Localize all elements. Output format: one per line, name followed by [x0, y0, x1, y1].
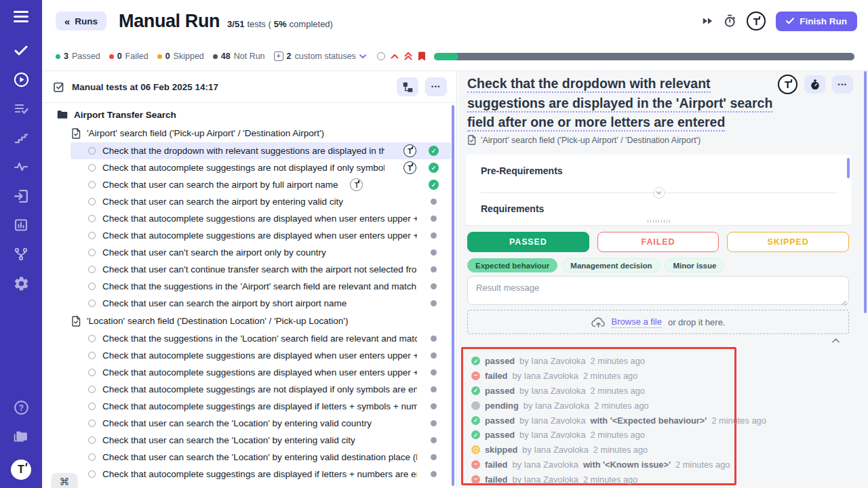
- run-logo-icon[interactable]: T: [747, 12, 766, 30]
- result-message-input[interactable]: [467, 276, 849, 305]
- suite-breadcrumb[interactable]: 'Airport' search field ('Pick-up Airport…: [467, 135, 701, 145]
- tree-row[interactable]: Check that user can search the 'Location…: [42, 415, 451, 432]
- activity-pulse-icon[interactable]: [12, 158, 30, 176]
- settings-gear-icon[interactable]: [12, 274, 30, 292]
- run-progress-bar: [434, 53, 854, 60]
- tree-row[interactable]: Check that autocomplete suggestions are …: [42, 364, 451, 381]
- status-dot-icon: [157, 54, 162, 59]
- test-tree-panel: Manual tests at 06 Feb 2025 14:17 ••• Ai…: [42, 71, 457, 488]
- requirements-heading: Requirements: [481, 203, 544, 214]
- tree-row[interactable]: Airport Transfer Search: [42, 105, 451, 124]
- tree-row[interactable]: Check that user can search the airport b…: [42, 176, 451, 193]
- suite-doc-icon: [467, 135, 476, 145]
- help-icon[interactable]: ?: [12, 399, 30, 416]
- command-palette-button[interactable]: ⌘: [52, 473, 77, 488]
- detail-scrollbar[interactable]: [864, 71, 867, 313]
- tree-row[interactable]: 'Location' search field ('Destination Lo…: [42, 312, 451, 330]
- suite-doc-icon: [71, 316, 81, 327]
- result-history-row: failed by Iana Zavoloka 2 minutes ago: [471, 472, 734, 487]
- result-status-button[interactable]: SKIPPED: [727, 232, 849, 252]
- requirements-card: Pre-Requirements Requirements: [466, 155, 852, 225]
- file-dropzone[interactable]: Browse a file or drop it here.: [467, 310, 849, 334]
- log-status-icon: [471, 430, 480, 439]
- tree-row[interactable]: Check that user can search the 'Location…: [42, 432, 451, 449]
- result-tag[interactable]: Management decision: [562, 258, 660, 272]
- detail-more-button[interactable]: •••: [832, 75, 853, 94]
- status-stat: 0Skipped: [157, 52, 204, 61]
- tree-row[interactable]: Check that user can't search the airport…: [42, 244, 451, 261]
- reports-chart-icon[interactable]: [12, 216, 30, 234]
- result-history-row: passed by Iana Zavoloka with '<Expected …: [471, 413, 734, 428]
- status-notrun-icon: [431, 266, 437, 272]
- app-logo-icon[interactable]: T: [11, 460, 31, 480]
- custom-statuses-toggle[interactable]: + 2custom statuses: [274, 52, 366, 61]
- priority-high-icon[interactable]: [391, 54, 399, 59]
- log-status-icon: [471, 416, 480, 425]
- collapse-section-button[interactable]: [653, 187, 665, 199]
- collapse-results-button[interactable]: [832, 338, 840, 343]
- tree-row[interactable]: Check that the dropdown with relevant su…: [71, 142, 451, 159]
- tree-row[interactable]: Check that autocomplete suggestions are …: [42, 227, 451, 244]
- branch-icon[interactable]: [12, 245, 30, 263]
- timer-button[interactable]: [804, 75, 825, 94]
- tree-row[interactable]: Check that autocomplete suggestings are …: [42, 398, 451, 415]
- test-title: Check that user can search the 'Location…: [102, 418, 372, 428]
- run-checklist-icon: [53, 81, 65, 93]
- page-title: Manual Run: [119, 11, 220, 32]
- card-scrollbar[interactable]: [847, 158, 850, 178]
- textarea-resize-handle[interactable]: [842, 301, 847, 306]
- test-title: Check that autocomplete suggestings are …: [102, 401, 417, 411]
- tree-row[interactable]: Check that autocomplete suggestings are …: [42, 159, 451, 176]
- back-label: Runs: [75, 16, 98, 26]
- tests-check-icon[interactable]: [12, 41, 30, 59]
- result-tag[interactable]: Minor issue: [665, 258, 724, 272]
- log-status-icon: [471, 371, 480, 380]
- test-title: Check that autocomplete suggestings are …: [102, 163, 384, 173]
- tree-row[interactable]: Check that user can search the airport b…: [42, 193, 451, 210]
- card-resize-handle[interactable]: [648, 220, 671, 223]
- log-status-icon: [471, 401, 480, 410]
- fast-forward-icon[interactable]: [701, 16, 713, 26]
- test-radio-icon: [88, 300, 96, 307]
- status-notrun-icon: [431, 249, 437, 256]
- status-passed-icon: ✓: [429, 163, 439, 173]
- result-status-button[interactable]: FAILED: [597, 232, 719, 252]
- tree-row[interactable]: Check that autocomplete suggestings are …: [42, 381, 451, 398]
- status-notrun-icon: [431, 454, 437, 460]
- tree-row[interactable]: Check that autocomplete suggestions are …: [42, 347, 451, 364]
- status-dot-icon: [56, 54, 60, 59]
- bookmark-flag-icon[interactable]: [418, 52, 426, 61]
- tree-view-button[interactable]: [397, 77, 418, 96]
- tree-scrollbar[interactable]: [452, 105, 454, 486]
- tree-row[interactable]: Check that user can search the 'Location…: [42, 449, 451, 466]
- log-status-icon: [471, 357, 480, 365]
- import-sign-in-icon[interactable]: [12, 187, 30, 205]
- tree-row[interactable]: 'Airport' search field ('Pick-up Airport…: [42, 124, 451, 142]
- finish-run-button[interactable]: Finish Run: [776, 12, 857, 31]
- runs-play-icon[interactable]: [12, 70, 30, 88]
- test-detail-title[interactable]: Check that the dropdown with relevant su…: [467, 74, 785, 132]
- test-radio-icon: [88, 181, 96, 188]
- library-icon[interactable]: [12, 428, 30, 445]
- test-title: Check that autocomplete suggestions are …: [102, 230, 417, 241]
- test-logo-icon[interactable]: T: [778, 75, 797, 94]
- menu-icon[interactable]: [14, 11, 28, 22]
- tree-row[interactable]: Check that user can search the airport b…: [42, 295, 451, 312]
- stopwatch-icon[interactable]: [724, 14, 736, 28]
- plans-list-check-icon[interactable]: [12, 100, 30, 117]
- browse-file-link[interactable]: Browse a file: [612, 317, 662, 328]
- result-status-button[interactable]: PASSED: [467, 232, 589, 252]
- status-notrun-icon: [431, 300, 437, 306]
- tree-more-button[interactable]: •••: [425, 77, 447, 96]
- result-history-row: passed by Iana Zavoloka 2 minutes ago: [471, 354, 734, 369]
- tree-row[interactable]: Check that user can't continue transfer …: [42, 261, 451, 278]
- tree-row[interactable]: Check that the suggestions in the 'Locat…: [42, 330, 451, 347]
- tree-row[interactable]: Check that autocomplete suggestions are …: [42, 210, 451, 227]
- priority-none-icon[interactable]: [377, 52, 385, 60]
- result-tag[interactable]: Expected behaviour: [467, 258, 557, 272]
- steps-icon[interactable]: [12, 129, 30, 146]
- tree-row[interactable]: Check that the suggestions in the 'Airpo…: [42, 278, 451, 295]
- back-to-runs-button[interactable]: « Runs: [56, 12, 106, 30]
- tree-row[interactable]: Check that autocomplete suggestings are …: [42, 466, 451, 483]
- priority-highest-icon[interactable]: [404, 52, 412, 60]
